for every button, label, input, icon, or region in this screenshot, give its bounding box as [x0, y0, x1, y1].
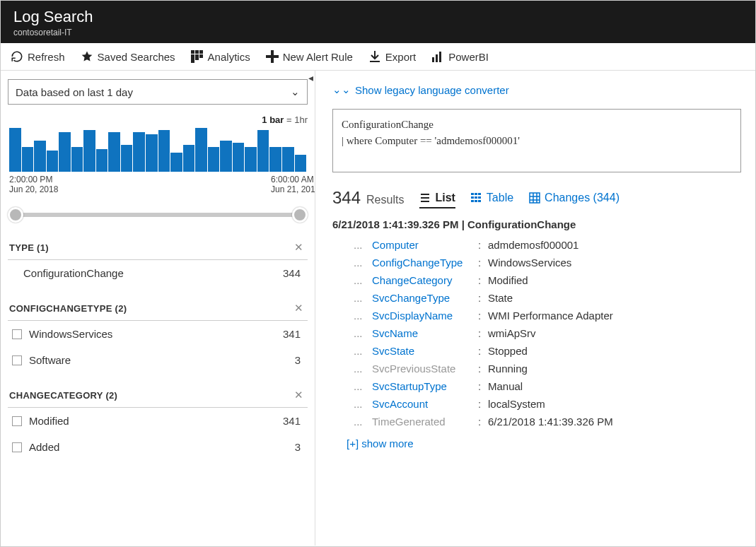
ellipsis-icon[interactable]: ... [354, 363, 372, 375]
view-table-tab[interactable]: Table [471, 192, 513, 207]
property-key: TimeGenerated [372, 416, 478, 428]
facet-close-icon[interactable]: ✕ [294, 389, 303, 401]
histogram-bar[interactable] [220, 141, 232, 172]
refresh-button[interactable]: Refresh [11, 50, 65, 63]
checkbox[interactable] [12, 329, 22, 339]
facet-close-icon[interactable]: ✕ [294, 241, 303, 254]
histogram-bar[interactable] [121, 145, 133, 172]
time-range-dropdown[interactable]: Data based on last 1 day ⌄ [8, 79, 308, 105]
ellipsis-icon[interactable]: ... [354, 380, 372, 392]
analytics-button[interactable]: Analytics [191, 50, 250, 63]
facet-close-icon[interactable]: ✕ [294, 302, 303, 314]
ellipsis-icon[interactable]: ... [354, 257, 372, 269]
svg-rect-0 [191, 50, 194, 54]
facet-count: 344 [283, 267, 301, 279]
export-icon [368, 50, 381, 63]
axis-left-time: 2:00:00 PM [9, 175, 94, 184]
property-key[interactable]: ConfigChangeType [372, 257, 478, 269]
property-key[interactable]: SvcStartupType [372, 380, 478, 392]
analytics-icon [191, 50, 204, 63]
query-editor[interactable]: ConfigurationChange| where Computer == '… [332, 109, 741, 172]
facet-count: 341 [283, 328, 301, 340]
powerbi-icon [431, 50, 444, 63]
property-key[interactable]: SvcAccount [372, 398, 478, 410]
svg-rect-20 [530, 193, 540, 203]
saved-searches-button[interactable]: Saved Searches [81, 50, 175, 63]
histogram-bar[interactable] [257, 130, 269, 172]
property-key[interactable]: SvcState [372, 345, 478, 357]
histogram-bar[interactable] [146, 134, 158, 172]
svg-rect-11 [471, 193, 474, 195]
checkbox[interactable] [12, 416, 22, 426]
histogram-bar[interactable] [47, 151, 59, 172]
ellipsis-icon[interactable]: ... [354, 310, 372, 322]
histogram-bar[interactable] [133, 132, 145, 172]
histogram-bar[interactable] [269, 147, 281, 172]
property-key[interactable]: Computer [372, 239, 478, 251]
facet-row[interactable]: Software3 [8, 347, 308, 373]
ellipsis-icon[interactable]: ... [354, 274, 372, 286]
histogram-bar[interactable] [195, 128, 207, 172]
time-range-label: Data based on last 1 day [16, 86, 133, 98]
ellipsis-icon[interactable]: ... [354, 416, 372, 428]
histogram-bar[interactable] [96, 149, 108, 172]
facet-row[interactable]: WindowsServices341 [8, 321, 308, 347]
time-slider[interactable] [9, 204, 306, 225]
property-row: ...SvcDisplayName:WMI Performance Adapte… [332, 307, 741, 324]
histogram-bar[interactable] [22, 147, 34, 172]
collapse-left-icon[interactable]: ◂ [308, 72, 313, 83]
histogram-bar[interactable] [183, 145, 195, 172]
histogram-bar[interactable] [59, 132, 71, 172]
ellipsis-icon[interactable]: ... [354, 345, 372, 357]
checkbox[interactable] [12, 355, 22, 365]
colon: : [478, 398, 488, 410]
histogram-bar[interactable] [34, 141, 46, 172]
property-row: ...TimeGenerated:6/21/2018 1:41:39.326 P… [332, 413, 741, 430]
histogram-bar[interactable] [83, 130, 95, 172]
content: ◂ Data based on last 1 day ⌄ 1 bar = 1hr… [1, 71, 755, 546]
histogram-bar[interactable] [295, 155, 307, 172]
slider-thumb-left[interactable] [8, 207, 23, 223]
colon: : [478, 380, 488, 392]
svg-rect-5 [199, 54, 203, 58]
header: Log Search contosoretail-IT [1, 1, 755, 43]
property-key[interactable]: SvcDisplayName [372, 310, 478, 322]
svg-rect-2 [199, 50, 203, 54]
histogram-bar[interactable] [158, 130, 170, 172]
facet-label: Added [29, 441, 295, 453]
checkbox[interactable] [12, 442, 22, 452]
property-key[interactable]: SvcChangeType [372, 292, 478, 304]
svg-rect-12 [475, 193, 477, 195]
histogram-bar[interactable] [71, 147, 83, 172]
property-key[interactable]: SvcName [372, 327, 478, 339]
results-bar: 344 Results List Table Changes (344) [332, 188, 741, 208]
histogram-bar[interactable] [108, 132, 120, 172]
ellipsis-icon[interactable]: ... [354, 327, 372, 339]
histogram-bar[interactable] [282, 147, 294, 172]
property-key[interactable]: ChangeCategory [372, 274, 478, 286]
view-list-tab[interactable]: List [419, 192, 455, 208]
powerbi-button[interactable]: PowerBI [431, 50, 489, 63]
show-more-link[interactable]: [+] show more [347, 437, 741, 449]
histogram-bar[interactable] [208, 147, 220, 172]
facet-label: WindowsServices [29, 328, 283, 340]
histogram-bar[interactable] [170, 153, 182, 172]
export-button[interactable]: Export [368, 50, 416, 63]
histogram-bar[interactable] [245, 147, 257, 172]
histogram-bar[interactable] [9, 128, 21, 172]
facet-row[interactable]: ConfigurationChange344 [8, 260, 308, 286]
svg-rect-9 [436, 54, 438, 62]
slider-thumb-right[interactable] [292, 207, 308, 223]
ellipsis-icon[interactable]: ... [354, 292, 372, 304]
facet-row[interactable]: Modified341 [8, 408, 308, 434]
ellipsis-icon[interactable]: ... [354, 398, 372, 410]
histogram-bar[interactable] [233, 143, 245, 172]
ellipsis-icon[interactable]: ... [354, 239, 372, 251]
facet-row[interactable]: Added3 [8, 434, 308, 460]
view-changes-tab[interactable]: Changes (344) [529, 192, 620, 207]
histogram-chart[interactable] [8, 128, 308, 172]
colon: : [478, 363, 488, 375]
legacy-converter-link[interactable]: ⌄⌄ Show legacy language converter [332, 83, 741, 96]
new-alert-button[interactable]: New Alert Rule [266, 50, 353, 63]
table-icon [471, 192, 482, 204]
